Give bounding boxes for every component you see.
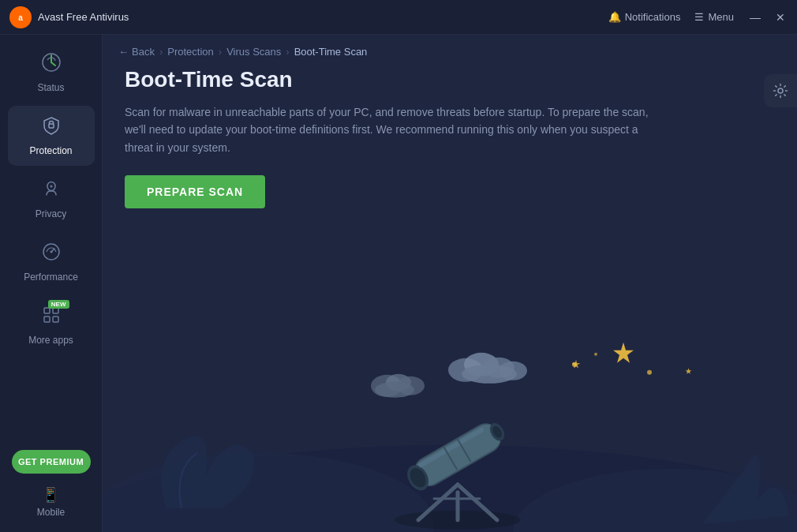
- breadcrumb-sep-2: ›: [219, 46, 222, 58]
- settings-gear-button[interactable]: [764, 74, 797, 107]
- sidebar-item-privacy[interactable]: Privacy: [8, 169, 95, 229]
- svg-point-39: [462, 365, 517, 384]
- svg-rect-10: [53, 308, 58, 313]
- menu-button[interactable]: ☰ Menu: [694, 11, 734, 23]
- breadcrumb-current: Boot-Time Scan: [294, 46, 368, 58]
- svg-point-42: [647, 370, 652, 375]
- titlebar: a Avast Free Antivirus 🔔 Notifications ☰…: [0, 0, 797, 35]
- close-button[interactable]: ✕: [773, 11, 788, 24]
- svg-rect-9: [44, 308, 50, 313]
- new-badge: NEW: [48, 300, 69, 309]
- svg-point-8: [50, 251, 52, 253]
- breadcrumb: ← Back › Protection › Virus Scans › Boot…: [103, 35, 797, 64]
- prepare-scan-button[interactable]: PREPARE SCAN: [125, 175, 265, 208]
- sidebar-more-apps-label: More apps: [28, 335, 73, 346]
- sidebar-privacy-label: Privacy: [36, 208, 66, 219]
- illustration: [103, 216, 797, 532]
- page-title: Boot-Time Scan: [125, 67, 775, 92]
- back-arrow-icon: ←: [118, 46, 129, 58]
- breadcrumb-sep-1: ›: [159, 46, 163, 58]
- page-description: Scan for malware in unreachable parts of…: [125, 103, 661, 156]
- svg-rect-12: [53, 317, 58, 322]
- main-content: Boot-Time Scan Scan for malware in unrea…: [103, 64, 797, 216]
- back-button[interactable]: ← Back: [118, 46, 155, 58]
- sidebar-performance-label: Performance: [24, 272, 78, 283]
- minimize-button[interactable]: —: [748, 11, 762, 24]
- mobile-icon: 📱: [42, 486, 59, 504]
- svg-rect-11: [44, 317, 50, 322]
- svg-rect-3: [49, 124, 54, 128]
- content-area: ← Back › Protection › Virus Scans › Boot…: [103, 35, 797, 532]
- svg-point-40: [572, 362, 577, 367]
- sidebar: Status Protection Privacy: [0, 35, 103, 532]
- sidebar-item-status[interactable]: Status: [8, 43, 95, 103]
- sidebar-item-mobile[interactable]: 📱 Mobile: [31, 480, 71, 524]
- app-name: Avast Free Antivirus: [38, 11, 129, 23]
- mobile-label: Mobile: [37, 507, 65, 518]
- sidebar-protection-label: Protection: [29, 145, 72, 156]
- titlebar-right: 🔔 Notifications ☰ Menu — ✕: [608, 11, 788, 24]
- avast-icon: a: [9, 6, 32, 28]
- svg-point-41: [594, 353, 597, 356]
- notifications-button[interactable]: 🔔 Notifications: [608, 11, 681, 23]
- protection-icon: [41, 115, 62, 140]
- status-icon: [41, 52, 62, 77]
- sidebar-item-performance[interactable]: Performance: [8, 232, 95, 292]
- bell-icon: 🔔: [608, 11, 621, 23]
- svg-text:a: a: [18, 13, 23, 22]
- performance-icon: [41, 242, 62, 267]
- breadcrumb-virus-scans[interactable]: Virus Scans: [226, 46, 281, 58]
- svg-point-34: [375, 382, 414, 398]
- sidebar-status-label: Status: [37, 82, 64, 93]
- sidebar-item-protection[interactable]: Protection: [8, 106, 95, 166]
- menu-icon: ☰: [694, 11, 704, 23]
- app-logo: a Avast Free Antivirus: [9, 6, 129, 28]
- more-apps-icon: NEW: [41, 305, 62, 330]
- sidebar-item-more-apps[interactable]: NEW More apps: [8, 295, 95, 355]
- breadcrumb-protection[interactable]: Protection: [167, 46, 214, 58]
- get-premium-button[interactable]: GET PREMIUM: [12, 450, 91, 474]
- app-body: Status Protection Privacy: [0, 35, 797, 532]
- svg-point-5: [50, 185, 52, 188]
- breadcrumb-sep-3: ›: [286, 46, 289, 58]
- window-controls: — ✕: [748, 11, 788, 24]
- privacy-icon: [41, 178, 62, 204]
- svg-point-13: [778, 88, 783, 93]
